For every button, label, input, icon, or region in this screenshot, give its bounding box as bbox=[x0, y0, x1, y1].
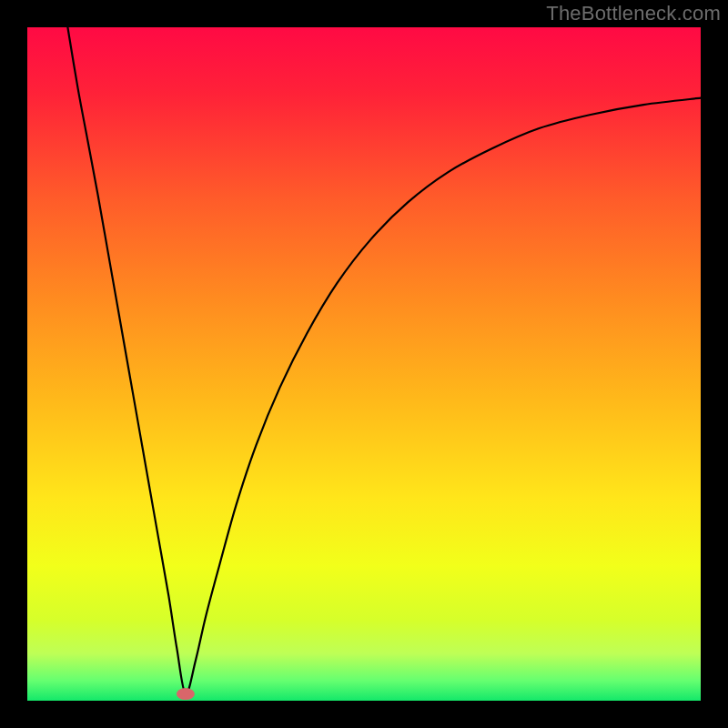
bottleneck-chart bbox=[27, 27, 701, 701]
curve-minimum-marker bbox=[177, 688, 195, 700]
chart-frame: TheBottleneck.com bbox=[0, 0, 728, 728]
credit-text: TheBottleneck.com bbox=[546, 2, 721, 25]
plot-area bbox=[27, 27, 701, 701]
